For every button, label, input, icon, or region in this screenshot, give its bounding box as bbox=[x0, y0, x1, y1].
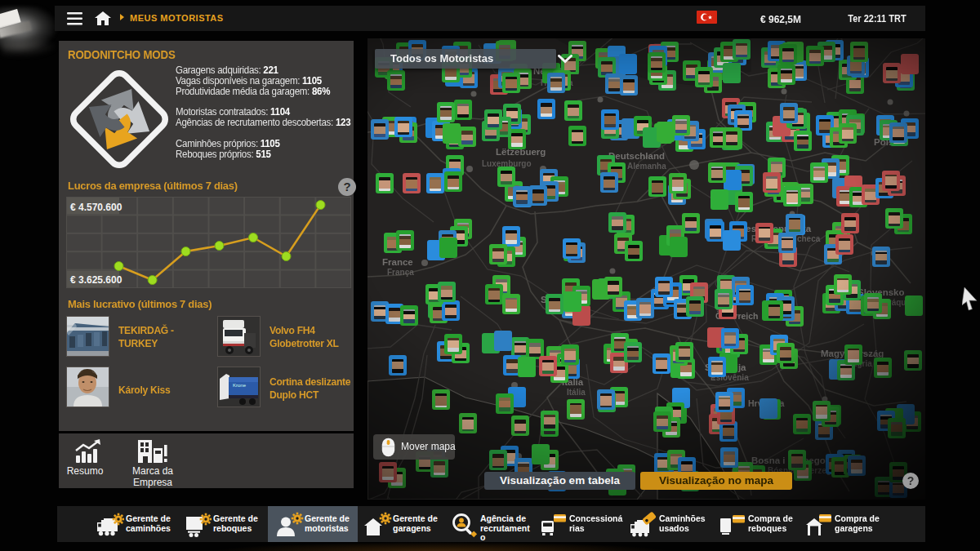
svg-text:França: França bbox=[387, 268, 414, 277]
svg-text:Deutschland: Deutschland bbox=[608, 151, 665, 161]
svg-text:Krone: Krone bbox=[233, 383, 247, 388]
svg-text:€ 3.625.600: € 3.625.600 bbox=[70, 274, 122, 286]
svg-text:Itália: Itália bbox=[567, 388, 586, 397]
svg-text:€ 4.570.600: € 4.570.600 bbox=[70, 202, 122, 213]
svg-text:Alemanha: Alemanha bbox=[627, 162, 666, 171]
svg-text:France: France bbox=[382, 257, 413, 267]
